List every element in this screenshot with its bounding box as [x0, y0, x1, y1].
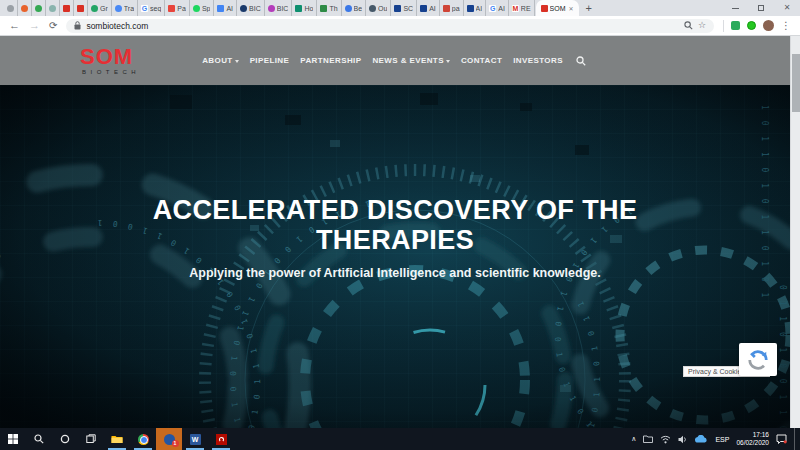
onedrive-cloud-icon[interactable]	[695, 435, 708, 443]
acrobat-taskbar-button[interactable]	[208, 428, 234, 450]
task-view-button[interactable]	[78, 428, 104, 450]
nav-label: INVESTORS	[513, 56, 563, 65]
nav-item-contact[interactable]: CONTACT	[461, 56, 502, 65]
browser-tab[interactable]	[32, 0, 46, 16]
chrome-taskbar-button[interactable]	[130, 428, 156, 450]
scrollbar-thumb[interactable]	[792, 54, 800, 112]
nav-item-pipeline[interactable]: PIPELINE	[250, 56, 290, 65]
date-text: 06/02/2020	[736, 439, 769, 447]
browser-tab[interactable]: Ho	[292, 0, 317, 16]
new-tab-button[interactable]: +	[579, 0, 599, 16]
maximize-button[interactable]	[748, 0, 774, 16]
nav-item-news-events[interactable]: NEWS & EVENTS	[372, 56, 449, 65]
notification-app-button[interactable]: 1	[156, 428, 182, 450]
browser-tab[interactable]: Gr	[88, 0, 112, 16]
tab-favicon	[369, 5, 376, 12]
back-button[interactable]: ←	[9, 20, 20, 31]
zoom-page-icon[interactable]	[684, 21, 693, 30]
nav-label: PIPELINE	[250, 56, 290, 65]
browser-tab[interactable]: AI	[417, 0, 440, 16]
search-icon	[34, 434, 44, 444]
reload-button[interactable]: ⟳	[49, 20, 57, 31]
minimize-button[interactable]	[722, 0, 748, 16]
hero-text-block: ACCELERATED DISCOVERY OF THE THERAPIES A…	[0, 85, 790, 280]
tab-favicon	[217, 5, 224, 12]
browser-tab[interactable]: AI	[464, 0, 487, 16]
browser-tab[interactable]: Be	[342, 0, 367, 16]
show-desktop-button[interactable]	[794, 428, 797, 450]
recaptcha-badge[interactable]	[739, 343, 777, 376]
network-icon[interactable]	[660, 435, 671, 444]
tab-title: AI	[226, 5, 233, 12]
nav-item-about[interactable]: ABOUT	[202, 56, 238, 65]
bookmark-star-icon[interactable]: ☆	[698, 21, 706, 30]
acrobat-icon	[216, 434, 227, 445]
browser-tab[interactable]: Ou	[366, 0, 391, 16]
tab-favicon: G	[141, 5, 148, 12]
browser-tab[interactable]	[60, 0, 74, 16]
mail-app-icon: 1	[164, 434, 175, 445]
tab-title: SOM	[550, 5, 566, 12]
browser-menu-icon[interactable]: ⋮	[781, 20, 791, 31]
extension-icon-1[interactable]	[731, 21, 740, 30]
logo-title: SOM	[80, 46, 140, 68]
browser-tab[interactable]: SC	[391, 0, 417, 16]
browser-tab[interactable]: Tra	[112, 0, 138, 16]
file-explorer-button[interactable]	[104, 428, 130, 450]
browser-tab[interactable]: pa	[440, 0, 464, 16]
tab-favicon	[320, 5, 327, 12]
tab-favicon	[268, 5, 275, 12]
window-controls: ✕	[722, 0, 800, 16]
window-close-button[interactable]: ✕	[774, 0, 800, 16]
browser-tab[interactable]: Th	[317, 0, 341, 16]
browser-tab[interactable]: Sp	[190, 0, 215, 16]
address-bar[interactable]: sombiotech.com ☆	[66, 19, 714, 33]
tab-favicon	[168, 5, 175, 12]
tray-folder-icon[interactable]	[643, 435, 653, 443]
browser-tab[interactable]: BIC	[237, 0, 265, 16]
cortana-icon	[60, 434, 70, 444]
action-center-icon[interactable]	[776, 434, 787, 444]
tab-favicon	[115, 5, 122, 12]
hero-title: ACCELERATED DISCOVERY OF THE THERAPIES	[0, 195, 790, 255]
browser-tab[interactable]: BIC	[265, 0, 293, 16]
nav-item-partnership[interactable]: PARTNERSHIP	[300, 56, 361, 65]
extension-icon-2[interactable]	[747, 21, 756, 30]
browser-tab[interactable]	[46, 0, 60, 16]
nav-item-investors[interactable]: INVESTORS	[513, 56, 563, 65]
browser-tab[interactable]: MRE	[509, 0, 535, 16]
chevron-down-icon	[446, 60, 450, 63]
volume-icon[interactable]	[678, 435, 688, 444]
browser-tab[interactable]: GAI	[486, 0, 509, 16]
browser-tab-strip: GrTraGseqPaSpAIBICBICHoThBeOuSCAIpaAIGAI…	[0, 0, 800, 16]
language-indicator[interactable]: ESP	[715, 436, 729, 443]
divider	[723, 20, 724, 32]
taskbar-clock[interactable]: 17:16 06/02/2020	[736, 431, 769, 447]
forward-button[interactable]: →	[29, 20, 40, 31]
tab-favicon	[7, 5, 14, 12]
browser-tab[interactable]	[18, 0, 32, 16]
browser-tab[interactable]	[74, 0, 88, 16]
main-navigation: ABOUT PIPELINE PARTNERSHIP NEWS & EVENTS…	[202, 56, 586, 66]
start-button[interactable]	[0, 428, 26, 450]
site-search-icon[interactable]	[576, 56, 586, 66]
cortana-button[interactable]	[52, 428, 78, 450]
word-taskbar-button[interactable]: W	[182, 428, 208, 450]
browser-tab[interactable]	[4, 0, 18, 16]
site-header: SOM BIOTECH ABOUT PIPELINE PARTNERSHIP N…	[0, 36, 790, 85]
tray-expand-chevron[interactable]: ∧	[631, 435, 636, 443]
taskbar-search-button[interactable]	[26, 428, 52, 450]
som-biotech-logo[interactable]: SOM BIOTECH	[80, 46, 140, 75]
page-scrollbar[interactable]	[790, 36, 800, 428]
tab-title: AI	[498, 5, 505, 12]
tab-favicon	[240, 5, 247, 12]
tab-title: Th	[329, 5, 337, 12]
browser-tab[interactable]: Pa	[165, 0, 190, 16]
browser-tab[interactable]: Gseq	[138, 0, 165, 16]
toolbar-right: ⋮	[723, 20, 791, 32]
profile-avatar[interactable]	[763, 20, 774, 31]
browser-tab-active[interactable]: SOM✕	[536, 0, 579, 16]
browser-tab[interactable]: AI	[214, 0, 237, 16]
tab-title: Pa	[177, 5, 186, 12]
tab-close-icon[interactable]: ✕	[569, 5, 574, 12]
